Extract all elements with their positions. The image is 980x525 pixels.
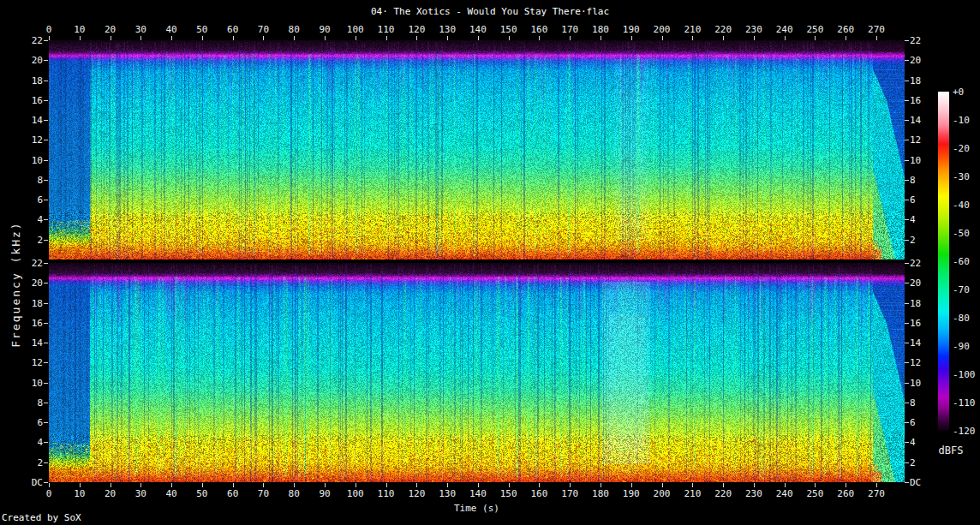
freq-tick-label: 12 [910,134,921,146]
freq-tick-label: 8 [910,397,916,409]
time-tick-label: 190 [623,24,640,35]
time-tick-mark [539,36,540,40]
freq-tick-mark [44,100,48,101]
freq-tick-label: 18 [910,298,921,309]
time-tick-label: 160 [531,488,548,499]
time-tick-mark [202,483,203,487]
time-tick-mark [233,36,234,40]
time-tick-label: 140 [469,488,487,499]
freq-tick-mark [905,240,909,241]
freq-tick-label: 14 [910,115,921,126]
time-tick-mark [386,36,387,40]
freq-tick-label: 12 [910,357,921,368]
freq-tick-label: 8 [0,397,43,409]
freq-tick-label: 10 [910,155,921,166]
freq-tick-label: 4 [0,437,43,448]
freq-tick-mark [905,462,909,463]
freq-tick-label: 4 [910,437,916,448]
db-tick-label: -70 [953,284,970,295]
freq-tick-mark [44,343,48,343]
freq-tick-mark [44,200,48,200]
time-tick-label: 100 [347,24,364,35]
time-tick-label: 60 [227,24,238,35]
time-tick-label: 160 [531,24,548,35]
time-tick-label: 150 [500,488,517,499]
freq-tick-label: 20 [910,277,921,289]
freq-tick-label: 6 [0,194,43,206]
time-tick-mark [80,36,81,40]
freq-tick-label: 6 [910,417,916,428]
freq-tick-mark [44,40,48,41]
time-tick-label: 210 [684,488,701,499]
freq-tick-label: 4 [910,214,916,225]
time-tick-mark [447,483,448,487]
time-tick-label: 230 [745,24,762,35]
db-tick-label: -110 [953,397,976,409]
time-tick-label: 230 [745,488,762,499]
freq-tick-label: 8 [0,175,43,186]
freq-tick-mark [905,323,909,324]
freq-tick-mark [905,263,909,264]
freq-tick-mark [905,160,909,161]
time-tick-label: 240 [776,488,793,499]
freq-tick-mark [44,323,48,324]
time-tick-label: 220 [714,24,732,35]
spectrogram-image: 04· The Xotics - Would You Stay There·fl… [0,0,980,525]
time-tick-label: 200 [654,488,671,499]
time-tick-mark [754,36,755,40]
time-tick-mark [509,483,510,487]
freq-tick-mark [905,40,909,41]
time-tick-mark [386,483,387,487]
freq-tick-mark [44,362,48,363]
time-tick-mark [785,36,786,40]
time-tick-mark [356,36,356,40]
time-tick-mark [723,483,724,487]
freq-tick-mark [905,482,909,483]
time-tick-label: 90 [319,24,330,35]
freq-tick-label: 2 [910,457,916,468]
freq-tick-mark [905,60,909,61]
time-tick-mark [111,36,111,40]
db-tick-label: -10 [953,115,970,126]
freq-tick-label: 10 [0,378,43,389]
time-tick-mark [662,36,663,40]
time-tick-mark [416,36,417,40]
time-tick-mark [601,483,601,487]
freq-tick-mark [44,283,48,283]
freq-tick-mark [905,219,909,220]
time-tick-mark [171,36,172,40]
db-tick-label: -100 [953,369,976,380]
freq-tick-mark [44,303,48,304]
freq-tick-mark [905,303,909,304]
time-tick-mark [723,36,724,40]
freq-tick-mark [905,283,909,283]
db-tick-label: -90 [953,341,970,352]
freq-tick-label: DC [0,477,43,488]
freq-tick-mark [44,160,48,161]
time-tick-mark [876,483,877,487]
time-tick-mark [754,483,755,487]
time-tick-mark [294,36,295,40]
time-tick-mark [140,483,141,487]
spectrogram-channel-1 [49,40,905,260]
time-tick-label: 40 [165,488,176,499]
time-tick-label: 170 [561,488,578,499]
time-tick-label: 30 [135,24,146,35]
freq-tick-label: 14 [0,115,43,126]
time-tick-label: 250 [807,488,824,499]
db-tick-label: +0 [953,87,964,98]
time-tick-label: 10 [74,24,85,35]
time-tick-mark [202,36,203,40]
freq-tick-mark [44,81,48,81]
time-tick-label: 0 [46,488,52,499]
time-tick-mark [325,483,326,487]
freq-tick-mark [905,422,909,423]
time-tick-label: 260 [837,488,854,499]
freq-tick-label: 10 [0,155,43,166]
freq-tick-mark [44,180,48,181]
time-tick-mark [263,483,264,487]
freq-tick-label: 6 [910,194,916,206]
freq-tick-label: 20 [910,55,921,66]
freq-tick-label: 6 [0,417,43,428]
time-tick-mark [846,36,846,40]
